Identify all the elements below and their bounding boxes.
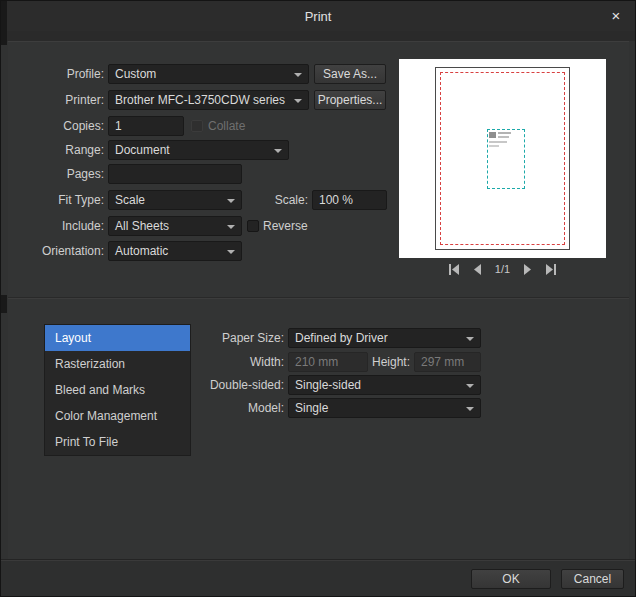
page-indicator: 1/1 — [495, 263, 510, 275]
next-page-button[interactable] — [523, 264, 532, 275]
skip-to-last-icon — [545, 264, 557, 275]
paper-size-value: Defined by Driver — [295, 331, 388, 345]
profile-label: Profile: — [11, 64, 104, 84]
orientation-value: Automatic — [115, 244, 168, 258]
height-label: Height: — [371, 352, 410, 372]
width-field: 210 mm — [288, 352, 368, 372]
chevron-down-icon — [294, 99, 302, 103]
chevron-down-icon — [466, 384, 474, 388]
scale-label: Scale: — [248, 190, 308, 210]
print-dialog: Print × Profile: Custom Save As... Print… — [0, 0, 636, 597]
include-dropdown[interactable]: All Sheets — [108, 216, 242, 236]
section-divider — [8, 297, 629, 299]
double-sided-label: Double-sided: — [161, 375, 284, 395]
chevron-down-icon — [294, 73, 302, 77]
fit-type-value: Scale — [115, 193, 145, 207]
next-icon — [523, 264, 532, 275]
properties-button[interactable]: Properties... — [314, 90, 386, 110]
preview-content — [489, 145, 499, 147]
paper-size-label: Paper Size: — [161, 328, 284, 348]
screen-edge-artifact-top — [1, 1, 7, 45]
fit-type-label: Fit Type: — [11, 190, 104, 210]
printer-value: Brother MFC-L3750CDW series — [115, 93, 285, 107]
preview-content — [489, 132, 496, 138]
double-sided-value: Single-sided — [295, 378, 361, 392]
printer-label: Printer: — [11, 90, 104, 110]
preview-content — [489, 141, 507, 143]
dialog-title: Print — [1, 9, 635, 24]
preview-pager: 1/1 — [399, 260, 606, 278]
paper-size-dropdown[interactable]: Defined by Driver — [288, 328, 481, 348]
chevron-down-icon — [227, 225, 235, 229]
preview-page — [435, 67, 570, 250]
range-dropdown[interactable]: Document — [108, 140, 289, 160]
include-value: All Sheets — [115, 219, 169, 233]
copies-label: Copies: — [11, 116, 104, 136]
range-value: Document — [115, 143, 170, 157]
model-label: Model: — [161, 398, 284, 418]
chevron-down-icon — [227, 199, 235, 203]
previous-icon — [473, 264, 482, 275]
chevron-down-icon — [227, 250, 235, 254]
collate-label: Collate — [208, 116, 245, 136]
width-label: Width: — [161, 352, 284, 372]
close-icon[interactable]: × — [605, 5, 627, 27]
chevron-down-icon — [466, 407, 474, 411]
titlebar-gap — [1, 31, 635, 41]
printer-dropdown[interactable]: Brother MFC-L3750CDW series — [108, 90, 309, 110]
include-label: Include: — [11, 216, 104, 236]
profile-dropdown[interactable]: Custom — [108, 64, 309, 84]
ok-button[interactable]: OK — [471, 569, 551, 589]
save-as-button[interactable]: Save As... — [314, 64, 386, 84]
reverse-checkbox[interactable] — [247, 220, 259, 232]
range-label: Range: — [11, 140, 104, 160]
pages-field[interactable] — [108, 164, 242, 184]
model-value: Single — [295, 401, 328, 415]
print-preview-canvas — [399, 59, 606, 258]
chevron-down-icon — [274, 149, 282, 153]
skip-to-first-icon — [448, 264, 460, 275]
chevron-down-icon — [466, 337, 474, 341]
preview-content — [498, 136, 509, 138]
height-field: 297 mm — [414, 352, 481, 372]
preview-content — [498, 132, 511, 134]
scale-field[interactable]: 100 % — [312, 190, 387, 210]
collate-checkbox — [191, 120, 203, 132]
titlebar: Print × — [1, 1, 635, 32]
last-page-button[interactable] — [545, 264, 557, 275]
screen-edge-artifact-mid — [1, 295, 7, 313]
previous-page-button[interactable] — [473, 264, 482, 275]
cancel-button[interactable]: Cancel — [561, 569, 624, 589]
first-page-button[interactable] — [448, 264, 460, 275]
fit-type-dropdown[interactable]: Scale — [108, 190, 242, 210]
copies-field[interactable]: 1 — [108, 116, 184, 136]
reverse-label: Reverse — [263, 216, 308, 236]
model-dropdown[interactable]: Single — [288, 398, 481, 418]
pages-label: Pages: — [11, 164, 104, 184]
orientation-label: Orientation: — [11, 241, 104, 261]
content-bounds-guide — [487, 129, 525, 189]
double-sided-dropdown[interactable]: Single-sided — [288, 375, 481, 395]
profile-value: Custom — [115, 67, 156, 81]
section-item-print-to-file[interactable]: Print To File — [45, 429, 190, 455]
orientation-dropdown[interactable]: Automatic — [108, 241, 242, 261]
